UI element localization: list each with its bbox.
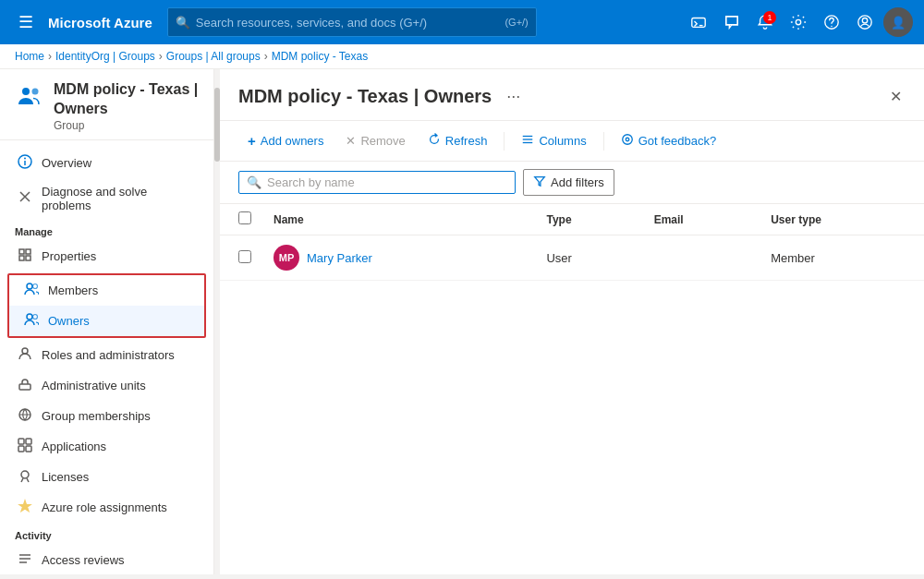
sidebar-item-overview[interactable]: Overview [0,148,213,178]
page-header: MDM policy - Texas | Owners ··· ✕ [220,69,924,121]
remove-button[interactable]: ✕ Remove [336,129,414,152]
breadcrumb-mdm-policy[interactable]: MDM policy - Texas [272,50,368,63]
email-column-header[interactable]: Email [643,204,760,235]
resource-header: MDM policy - Texas | Owners Group [0,69,213,140]
svg-point-39 [622,135,632,145]
sidebar-item-azure-roles[interactable]: Azure role assignments [0,492,213,523]
main-layout: MDM policy - Texas | Owners Group Overvi… [0,69,924,574]
svg-point-4 [831,26,832,27]
filter-icon [533,175,546,190]
type-cell: User [535,235,642,281]
sidebar-item-licenses[interactable]: Licenses [0,462,213,492]
content-area: MDM policy - Texas | Owners ··· ✕ + Add … [220,69,924,574]
name-column-header[interactable]: Name [262,204,535,235]
bc-sep-2: › [159,50,163,63]
sidebar-item-diagnose[interactable]: Diagnose and solve problems [0,178,213,219]
toolbar-divider-2 [603,132,604,151]
svg-point-6 [862,18,867,23]
help-icon[interactable] [817,7,846,37]
notification-badge: 1 [763,11,776,24]
add-filters-button[interactable]: Add filters [523,169,614,196]
global-search-box[interactable]: 🔍 (G+/) [167,7,537,37]
top-bar-icons: 1 👤 [684,7,913,37]
columns-button[interactable]: Columns [512,128,595,153]
sidebar-item-members[interactable]: Members [9,275,204,306]
table-row: MP Mary Parker User Member [220,235,924,281]
search-box[interactable]: 🔍 [238,171,516,194]
sidebar-item-properties[interactable]: Properties [0,241,213,271]
svg-rect-23 [18,439,24,444]
overview-icon [18,154,32,172]
svg-rect-14 [19,256,24,260]
svg-rect-24 [26,439,31,444]
user-name-link[interactable]: Mary Parker [307,251,372,265]
feedback-button[interactable]: Got feedback? [612,128,726,153]
owners-table: Name Type Email User type MP Mary Parker… [220,204,924,281]
sidebar-label-properties: Properties [42,249,96,263]
activity-section-label: Activity [0,523,213,545]
sidebar-label-licenses: Licenses [42,470,89,484]
columns-icon [521,133,534,149]
refresh-button[interactable]: Refresh [419,128,497,153]
select-all-checkbox[interactable] [238,211,251,224]
sidebar-item-roles[interactable]: Roles and administrators [0,340,213,370]
row-checkbox-cell[interactable] [220,235,262,281]
azure-roles-icon [18,499,32,516]
breadcrumb-home[interactable]: Home [15,50,44,63]
add-owners-button[interactable]: + Add owners [238,128,333,153]
user-type-cell: Member [760,235,924,281]
svg-point-11 [24,157,26,159]
refresh-icon [428,133,441,149]
table-area: Name Type Email User type MP Mary Parker… [220,204,924,574]
bc-sep-3: › [264,50,268,63]
breadcrumb-all-groups[interactable]: Groups | All groups [166,50,261,63]
access-reviews-icon [18,551,32,569]
sidebar-item-access-reviews[interactable]: Access reviews [0,545,213,574]
applications-icon [18,438,32,455]
row-checkbox[interactable] [238,250,251,263]
sidebar-item-applications[interactable]: Applications [0,431,213,462]
sidebar-item-admin-units[interactable]: Administrative units [0,370,213,401]
sidebar-label-owners: Owners [48,314,90,328]
members-icon [24,282,39,299]
sidebar-item-group-memberships[interactable]: Group memberships [0,401,213,431]
admin-units-icon [18,377,32,394]
user-type-column-header[interactable]: User type [760,204,924,235]
notifications-icon[interactable]: 1 [750,7,780,37]
sidebar-label-admin-units: Administrative units [42,379,146,392]
close-button[interactable]: ✕ [886,84,906,109]
page-title: MDM policy - Texas | Owners [238,86,492,107]
cloud-shell-icon[interactable] [684,7,713,37]
sidebar-label-azure-roles: Azure role assignments [42,501,167,514]
breadcrumb: Home › IdentityOrg | Groups › Groups | A… [0,44,924,69]
group-icon [15,82,44,118]
remove-icon: ✕ [346,134,356,148]
type-column-header[interactable]: Type [535,204,642,235]
svg-point-16 [27,283,32,289]
support-icon[interactable] [850,7,880,37]
breadcrumb-identity-org[interactable]: IdentityOrg | Groups [55,50,155,63]
sidebar-scrollbar[interactable] [214,69,220,574]
svg-point-7 [22,88,30,95]
diagnose-icon [18,189,32,207]
svg-point-2 [796,19,800,24]
global-search-input[interactable] [196,16,500,30]
add-icon: + [248,133,256,149]
feedback-icon[interactable] [717,7,747,37]
settings-icon[interactable] [784,7,813,37]
sidebar-scrollbar-thumb[interactable] [214,88,220,162]
page-header-left: MDM policy - Texas | Owners ··· [238,85,526,108]
sidebar-item-owners[interactable]: Owners [9,306,204,336]
hamburger-menu[interactable]: ☰ [11,8,41,36]
avatar[interactable]: 👤 [883,7,913,37]
svg-point-18 [27,314,32,320]
search-input[interactable] [267,175,507,189]
sidebar-label-members: Members [48,283,98,297]
more-options-button[interactable]: ··· [501,85,526,108]
svg-point-27 [21,471,29,478]
manage-section-label: Manage [0,219,213,241]
feedback-icon [621,133,634,149]
bc-sep-1: › [48,50,52,63]
sidebar-label-applications: Applications [42,440,106,453]
app-title: Microsoft Azure [48,15,152,30]
